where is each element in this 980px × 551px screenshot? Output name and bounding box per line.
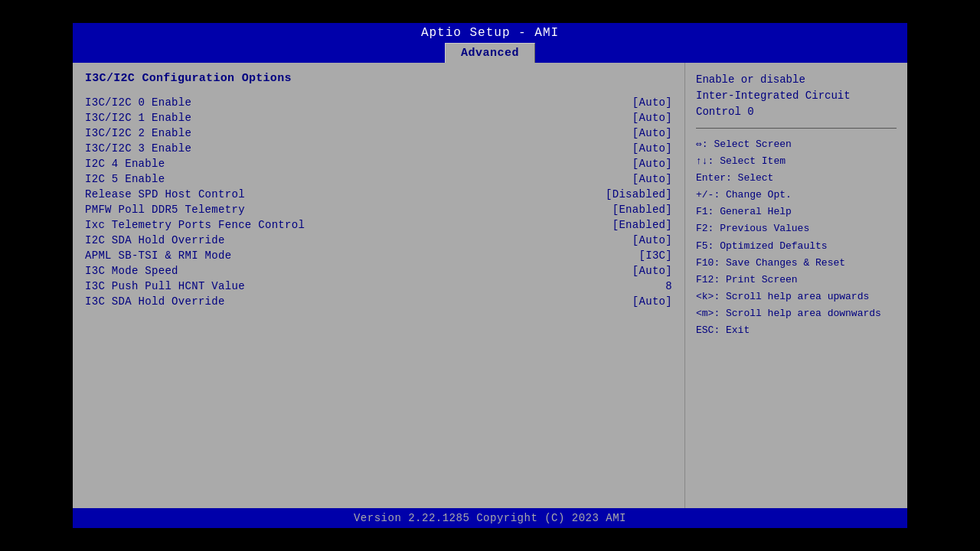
menu-row[interactable]: I3C Mode Speed[Auto] — [85, 264, 672, 278]
menu-row-label: I3C/I2C 0 Enable — [85, 96, 632, 109]
menu-row-value: 8 — [665, 280, 672, 292]
shortcut-item: Enter: Select — [696, 170, 897, 187]
tab-bar: Advanced — [73, 43, 907, 63]
menu-row-value: [Auto] — [632, 127, 672, 139]
menu-row[interactable]: I3C/I2C 0 Enable[Auto] — [85, 96, 672, 109]
shortcut-item: ↑↓: Select Item — [696, 153, 897, 170]
menu-row-value: [Auto] — [632, 265, 672, 277]
shortcut-item: +/-: Change Opt. — [696, 187, 897, 204]
menu-row-label: I2C 4 Enable — [85, 158, 632, 170]
app-title: Aptio Setup - AMI — [421, 26, 559, 40]
shortcut-item: F12: Print Screen — [696, 272, 897, 289]
shortcut-item: F5: Optimized Defaults — [696, 238, 897, 255]
menu-row-value: [Auto] — [632, 173, 672, 185]
shortcut-item: <k>: Scroll help area upwards — [696, 289, 897, 305]
help-text: Enable or disableInter-Integrated Circui… — [696, 72, 897, 120]
menu-row-value: [Enabled] — [612, 204, 672, 216]
menu-row[interactable]: I3C/I2C 3 Enable[Auto] — [85, 142, 672, 155]
menu-row[interactable]: I3C SDA Hold Override[Auto] — [85, 295, 672, 308]
menu-row-label: Ixc Telemetry Ports Fence Control — [85, 219, 612, 231]
shortcut-item: ⇔: Select Screen — [696, 136, 897, 153]
menu-row[interactable]: I3C Push Pull HCNT Value8 — [85, 279, 672, 293]
menu-row-label: I3C Push Pull HCNT Value — [85, 280, 665, 292]
shortcut-item: ESC: Exit — [696, 322, 897, 339]
menu-row[interactable]: I2C 4 Enable[Auto] — [85, 157, 672, 171]
footer-text: Version 2.22.1285 Copyright (C) 2023 AMI — [354, 512, 626, 524]
menu-row[interactable]: I3C/I2C 1 Enable[Auto] — [85, 111, 672, 125]
left-panel-title: I3C/I2C Configuration Options — [85, 72, 672, 85]
menu-row-value: [Auto] — [632, 96, 672, 109]
menu-row-value: [Auto] — [632, 234, 672, 246]
right-panel: Enable or disableInter-Integrated Circui… — [685, 63, 907, 508]
shortcuts: ⇔: Select Screen↑↓: Select ItemEnter: Se… — [696, 136, 897, 339]
menu-list: I3C/I2C 0 Enable[Auto]I3C/I2C 1 Enable[A… — [85, 96, 672, 308]
menu-row-label: I2C 5 Enable — [85, 173, 632, 185]
shortcut-item: F10: Save Changes & Reset — [696, 255, 897, 272]
menu-row-label: I2C SDA Hold Override — [85, 234, 632, 246]
menu-row-value: [Enabled] — [612, 219, 672, 231]
menu-row[interactable]: I2C 5 Enable[Auto] — [85, 172, 672, 186]
menu-row-value: [Disabled] — [606, 188, 672, 201]
divider — [696, 128, 897, 129]
help-line: Enable or disable — [696, 72, 897, 88]
menu-row-label: APML SB-TSI & RMI Mode — [85, 249, 639, 262]
menu-row[interactable]: PMFW Poll DDR5 Telemetry[Enabled] — [85, 203, 672, 217]
shortcut-item: F1: General Help — [696, 204, 897, 220]
menu-row-label: I3C/I2C 1 Enable — [85, 112, 632, 124]
title-bar: Aptio Setup - AMI — [73, 23, 907, 43]
menu-row[interactable]: I3C/I2C 2 Enable[Auto] — [85, 126, 672, 140]
menu-row-label: I3C SDA Hold Override — [85, 295, 632, 308]
menu-row-label: I3C/I2C 2 Enable — [85, 127, 632, 139]
menu-row-value: [Auto] — [632, 112, 672, 124]
menu-row-value: [Auto] — [632, 295, 672, 308]
menu-row-value: [Auto] — [632, 158, 672, 170]
menu-row-label: PMFW Poll DDR5 Telemetry — [85, 204, 612, 216]
menu-row[interactable]: I2C SDA Hold Override[Auto] — [85, 233, 672, 247]
menu-row[interactable]: Ixc Telemetry Ports Fence Control[Enable… — [85, 218, 672, 232]
menu-row-label: I3C/I2C 3 Enable — [85, 142, 632, 155]
footer: Version 2.22.1285 Copyright (C) 2023 AMI — [73, 508, 907, 528]
menu-row-value: [Auto] — [632, 142, 672, 155]
tab-advanced[interactable]: Advanced — [445, 43, 535, 63]
menu-row[interactable]: APML SB-TSI & RMI Mode[I3C] — [85, 249, 672, 262]
menu-row-label: Release SPD Host Control — [85, 188, 606, 201]
menu-row[interactable]: Release SPD Host Control[Disabled] — [85, 187, 672, 201]
help-line: Inter-Integrated Circuit — [696, 88, 897, 104]
help-line: Control 0 — [696, 104, 897, 120]
main-content: I3C/I2C Configuration Options I3C/I2C 0 … — [73, 63, 907, 508]
menu-row-label: I3C Mode Speed — [85, 265, 632, 277]
left-panel: I3C/I2C Configuration Options I3C/I2C 0 … — [73, 63, 685, 508]
shortcut-item: F2: Previous Values — [696, 220, 897, 237]
shortcut-item: <m>: Scroll help area downwards — [696, 305, 897, 322]
menu-row-value: [I3C] — [639, 249, 672, 262]
